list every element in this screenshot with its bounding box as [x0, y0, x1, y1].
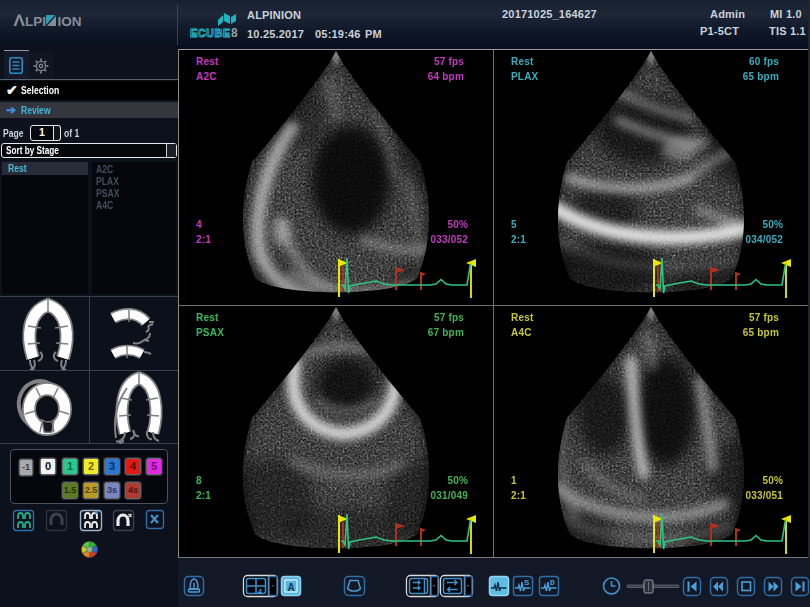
svg-text:LPI: LPI [25, 14, 46, 28]
svg-text:4: 4 [258, 588, 262, 595]
svg-text:S: S [524, 578, 530, 587]
svg-text:ECUBE: ECUBE [190, 27, 231, 39]
svg-text:D: D [550, 578, 555, 587]
svg-text:A: A [288, 582, 295, 593]
svg-text:8: 8 [231, 26, 238, 40]
svg-text:ION: ION [58, 14, 82, 28]
